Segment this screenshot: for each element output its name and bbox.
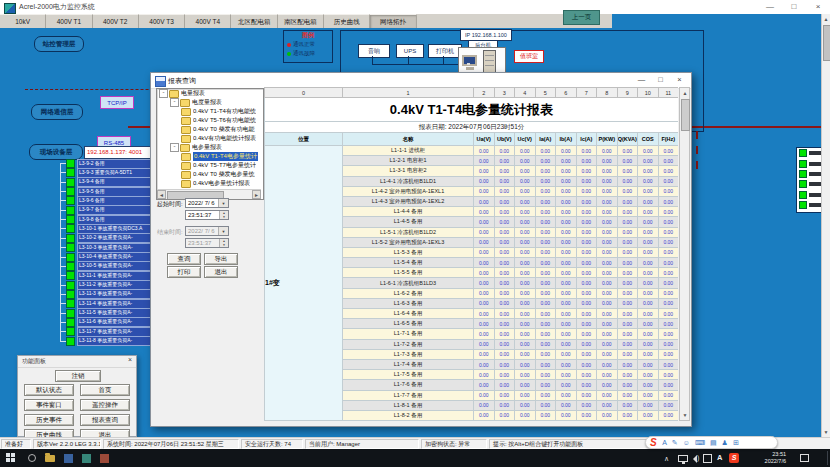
tab-400V T4[interactable]: 400V T4 [185,14,231,28]
tree-item[interactable]: 0.4kV T0 柴发有功电能 [157,125,261,134]
end-date-picker[interactable]: 2022/ 7/ 6 [185,226,229,236]
skin-icon[interactable]: ▤ [710,437,717,448]
show-desktop-button[interactable] [827,451,828,465]
tray-notification-icon[interactable] [800,454,809,462]
value-cell: 0.00 [515,156,536,166]
end-time-spinner[interactable]: 23:51:37 [185,238,229,248]
value-cell: 0.00 [474,298,495,308]
prev-page-button[interactable]: 上一页 [563,10,600,25]
close-button[interactable]: × [806,0,830,14]
tab-网络拓扑[interactable]: 网络拓扑 [370,14,416,28]
taskbar-file-explorer-icon[interactable] [44,452,56,464]
value-cell: 0.00 [597,298,618,308]
scroll-thumb[interactable] [681,99,690,131]
row-name: L1-5-4 备用 [343,258,474,268]
tray-volume-icon[interactable] [693,455,697,463]
panel-button-首页[interactable]: 首页 [80,384,130,396]
panel-button-事件窗口[interactable]: 事件窗口 [24,399,74,411]
tree-item[interactable]: 0.4kV T5-T7电参量统计 [157,161,261,170]
tree-item[interactable]: 电量报表 [157,89,261,98]
tray-chevron-icon[interactable]: ∧ [664,454,669,463]
emoji-icon[interactable]: ☺ [683,437,690,448]
dialog-close-button[interactable]: × [670,73,689,88]
tray-sogou-icon[interactable]: S [729,453,739,463]
device-status-indicator [66,309,75,318]
tab-400V T3[interactable]: 400V T3 [139,14,185,28]
scroll-down-icon[interactable] [681,410,689,420]
function-panel-titlebar[interactable]: 功能面板 × [18,356,136,368]
maximize-button[interactable]: □ [782,0,806,14]
folder-icon [181,153,191,161]
main-scrollbar[interactable] [821,14,830,437]
scroll-thumb[interactable] [823,25,830,61]
panel-button-报表查询[interactable]: 报表查询 [80,414,130,426]
person-icon[interactable]: ♟ [722,437,728,448]
tab-400V T1[interactable]: 400V T1 [46,14,92,28]
function-panel-close-icon[interactable]: × [128,356,132,363]
print-button[interactable]: 打印 [167,266,201,278]
tree-item[interactable]: 0.4kV T1-T4有功电能统 [157,107,261,116]
row-name: L1-6-5 备用 [343,319,474,329]
tab-10kV[interactable]: 10kV [0,14,46,28]
export-button[interactable]: 导出 [204,253,238,265]
scroll-down-icon[interactable] [822,427,830,437]
table-scrollbar[interactable] [679,87,690,421]
scroll-up-icon[interactable] [681,88,689,98]
value-cell: 0.00 [638,309,659,319]
start-date-picker[interactable]: 2022/ 7/ 6 [185,198,229,208]
dropdown-icon[interactable] [218,199,228,207]
dialog-maximize-button[interactable]: □ [651,73,670,88]
column-header: Ia(A) [535,133,556,146]
toolbox-icon[interactable]: ⊞ [733,437,739,448]
value-cell: 0.00 [474,146,495,156]
tab-历史曲线[interactable]: 历史曲线 [324,14,370,28]
tab-400V T2[interactable]: 400V T2 [93,14,139,28]
value-cell: 0.00 [597,268,618,278]
panel-button-默认状态[interactable]: 默认状态 [24,384,74,396]
tree-item[interactable]: 0.4kV T0 柴发电参量统 [157,170,261,179]
pen-icon[interactable]: ✎ [672,437,678,448]
taskbar-app-icon[interactable] [80,452,92,464]
tree-expand-icon[interactable] [170,143,179,152]
tree-item[interactable]: 0.4kV有功电能统计报表 [157,134,261,143]
taskbar-app-icon[interactable] [98,452,110,464]
value-cell: 0.00 [494,237,515,247]
tree-expand-icon[interactable] [159,89,168,98]
scroll-right-icon[interactable] [252,190,261,199]
dialog-minimize-button[interactable]: — [632,73,651,88]
start-time-spinner[interactable]: 23:51:37 [185,210,229,220]
keyboard-icon[interactable]: ⌨ [695,437,705,448]
taskbar-app-icon[interactable] [62,452,74,464]
taskbar-search-icon[interactable] [26,452,38,464]
panel-button-遥控操作[interactable]: 遥控操作 [80,399,130,411]
value-cell: 0.00 [556,400,577,410]
tree-item[interactable]: 电度量报表 [157,98,261,107]
sogou-logo-icon[interactable]: S [650,437,657,448]
tray-language-icon[interactable] [703,454,712,463]
scroll-up-icon[interactable] [822,14,830,24]
minimize-button[interactable]: — [758,0,782,14]
value-cell: 0.00 [515,247,536,257]
exit-button[interactable]: 退出 [204,266,238,278]
tree-expand-icon[interactable] [170,98,179,107]
tray-network-icon[interactable] [678,455,688,462]
sogou-toolbar[interactable]: S A✎☺⌨▤♟⊞ [645,436,778,449]
panel-button-历史事件[interactable]: 历史事件 [24,414,74,426]
value-cell: 0.00 [576,288,597,298]
tree-item[interactable]: 0.4kV T5-T6有功电能统 [157,116,261,125]
tree-item[interactable]: 电参量报表 [157,143,261,152]
tree-item[interactable]: 0.4kV电参量统计报表 [157,179,261,188]
tray-ime-indicator[interactable]: A [717,453,722,462]
query-button[interactable]: 查询 [167,253,201,265]
scroll-left-icon[interactable] [157,190,166,199]
device-status-indicator [66,159,75,168]
ime-letter-icon[interactable]: A [662,437,667,448]
tray-clock[interactable]: 23:51 2022/7/6 [746,451,786,465]
device-status-indicator [66,281,75,290]
logout-button[interactable]: 注销 [55,370,101,382]
tab-南区配电箱[interactable]: 南区配电箱 [278,14,324,28]
tree-item[interactable]: 0.4kV T1-T4电参量统计 [157,152,261,161]
start-button[interactable] [6,453,16,463]
tab-北区配电箱[interactable]: 北区配电箱 [231,14,277,28]
spin-down-icon[interactable] [219,215,228,219]
